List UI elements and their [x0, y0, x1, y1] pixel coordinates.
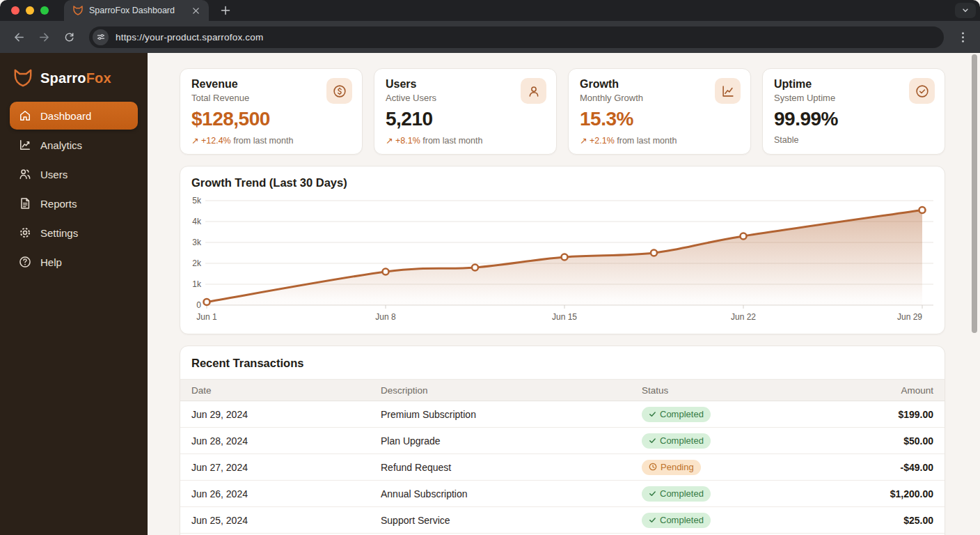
stat-card-growth: Growth Monthly Growth 15.3% ↗ +2.1% from…: [568, 68, 751, 155]
table-row: Jun 27, 2024 Refund Request Pending -$49…: [180, 454, 945, 481]
sidebar-item-label: Reports: [40, 198, 77, 210]
svg-text:1k: 1k: [192, 279, 202, 289]
zoom-window-button[interactable]: [40, 6, 49, 15]
chart-data-point: [651, 250, 657, 256]
user-icon: [521, 78, 546, 104]
browser-menu-icon[interactable]: [954, 28, 972, 46]
page-scrollbar-thumb[interactable]: [972, 54, 977, 333]
svg-text:Jun 1: Jun 1: [196, 312, 217, 322]
minimize-window-button[interactable]: [26, 6, 34, 15]
sidebar-item-help[interactable]: Help: [10, 248, 138, 276]
analytics-icon: [18, 138, 32, 152]
reload-button[interactable]: [58, 26, 79, 47]
svg-text:Jun 29: Jun 29: [897, 312, 922, 322]
stat-card-uptime: Uptime System Uptime 99.99% Stable: [762, 68, 945, 155]
window-controls: [0, 6, 60, 15]
check-icon: [649, 490, 656, 497]
brand-name: SparroFox: [40, 70, 111, 86]
main-content: Revenue Total Revenue $128,500 ↗ +12.4% …: [148, 53, 980, 535]
table-row: Jun 28, 2024 Plan Upgrade Completed $50.…: [180, 428, 945, 454]
url-text[interactable]: https://your-product.sparrofox.com: [116, 32, 263, 42]
transaction-date: Jun 27, 2024: [191, 462, 381, 473]
tab-title: SparroFox Dashboard: [89, 6, 184, 15]
status-badge: Completed: [642, 407, 711, 422]
trend-up-arrow-icon: ↗: [191, 136, 198, 146]
transaction-amount: $1,200.00: [815, 488, 933, 499]
sidebar-item-dashboard[interactable]: Dashboard: [10, 102, 138, 130]
transaction-amount: -$49.00: [815, 462, 933, 473]
address-bar[interactable]: https://your-product.sparrofox.com: [89, 26, 944, 48]
transaction-description: Premium Subscription: [381, 409, 642, 420]
status-badge: Completed: [642, 513, 711, 528]
browser-toolbar: https://your-product.sparrofox.com: [0, 21, 980, 53]
settings-icon: [18, 226, 32, 240]
transactions-header-row: Date Description Status Amount: [180, 379, 945, 401]
table-row: Jun 26, 2024 Annual Subscription Complet…: [180, 481, 945, 507]
chart-data-point: [383, 269, 389, 275]
check-circle-icon: [909, 78, 935, 104]
transaction-description: Annual Subscription: [381, 488, 642, 499]
close-window-button[interactable]: [11, 6, 19, 15]
site-settings-icon[interactable]: [93, 29, 109, 45]
transaction-amount: $50.00: [815, 435, 933, 447]
transaction-description: Support Service: [381, 515, 642, 526]
svg-text:Jun 22: Jun 22: [731, 312, 756, 322]
status-badge: Completed: [642, 433, 711, 449]
sidebar-item-label: Users: [40, 169, 68, 180]
svg-text:5k: 5k: [192, 196, 202, 206]
sidebar-item-reports[interactable]: Reports: [10, 189, 138, 217]
browser-tab[interactable]: SparroFox Dashboard: [64, 0, 209, 21]
chart-data-point: [562, 254, 568, 261]
stat-value: 99.99%: [774, 108, 933, 130]
trend-up-arrow-icon: ↗: [386, 136, 393, 146]
stat-delta: Stable: [774, 135, 933, 145]
sidebar-item-label: Analytics: [40, 139, 82, 151]
sidebar-item-users[interactable]: Users: [10, 160, 138, 188]
chart-title: Growth Trend (Last 30 Days): [191, 176, 933, 189]
stat-cards-row: Revenue Total Revenue $128,500 ↗ +12.4% …: [180, 68, 945, 155]
column-header-amount: Amount: [815, 385, 933, 396]
status-badge: Completed: [642, 486, 711, 502]
stat-delta: ↗ +8.1% from last month: [386, 135, 545, 146]
svg-text:Jun 15: Jun 15: [552, 312, 577, 322]
tab-close-icon[interactable]: [189, 4, 202, 17]
transaction-date: Jun 26, 2024: [191, 488, 381, 499]
chart-data-point: [472, 265, 478, 271]
column-header-date: Date: [191, 385, 381, 396]
stat-card-revenue: Revenue Total Revenue $128,500 ↗ +12.4% …: [180, 68, 363, 155]
back-button[interactable]: [8, 26, 29, 47]
help-icon: [18, 255, 32, 269]
stat-value: 15.3%: [580, 108, 739, 130]
stat-card-users: Users Active Users 5,210 ↗ +8.1% from la…: [374, 68, 557, 155]
transaction-amount: $199.00: [815, 409, 933, 420]
transactions-body: Jun 29, 2024 Premium Subscription Comple…: [180, 401, 945, 535]
status-badge: Pending: [642, 460, 701, 475]
sidebar-item-label: Dashboard: [40, 110, 91, 122]
svg-text:Jun 8: Jun 8: [375, 312, 396, 322]
svg-text:3k: 3k: [192, 238, 202, 247]
page-scrollbar-track[interactable]: [971, 54, 978, 534]
fox-favicon-icon: [72, 5, 84, 16]
sidebar-item-settings[interactable]: Settings: [10, 219, 138, 247]
stat-delta: ↗ +2.1% from last month: [580, 135, 739, 146]
trend-up-arrow-icon: ↗: [580, 136, 587, 146]
svg-text:4k: 4k: [192, 217, 202, 226]
tab-strip: SparroFox Dashboard: [0, 0, 980, 21]
check-icon: [649, 410, 656, 418]
brand-logo: SparroFox: [10, 67, 138, 89]
table-row: Jun 29, 2024 Premium Subscription Comple…: [180, 401, 945, 428]
stat-value: $128,500: [191, 108, 351, 130]
tab-search-chevron-button[interactable]: [955, 3, 976, 18]
sidebar: SparroFox DashboardAnalyticsUsersReports…: [0, 53, 148, 535]
forward-button[interactable]: [33, 26, 54, 47]
reports-icon: [18, 196, 32, 210]
svg-text:2k: 2k: [192, 258, 202, 268]
chart-data-point: [741, 233, 747, 240]
sidebar-nav: DashboardAnalyticsUsersReportsSettingsHe…: [10, 102, 138, 276]
check-icon: [649, 437, 656, 444]
sidebar-item-analytics[interactable]: Analytics: [10, 131, 138, 159]
chart-data-point: [204, 299, 210, 305]
clock-icon: [649, 463, 657, 471]
transaction-amount: $25.00: [815, 515, 933, 526]
new-tab-button[interactable]: [217, 2, 234, 19]
